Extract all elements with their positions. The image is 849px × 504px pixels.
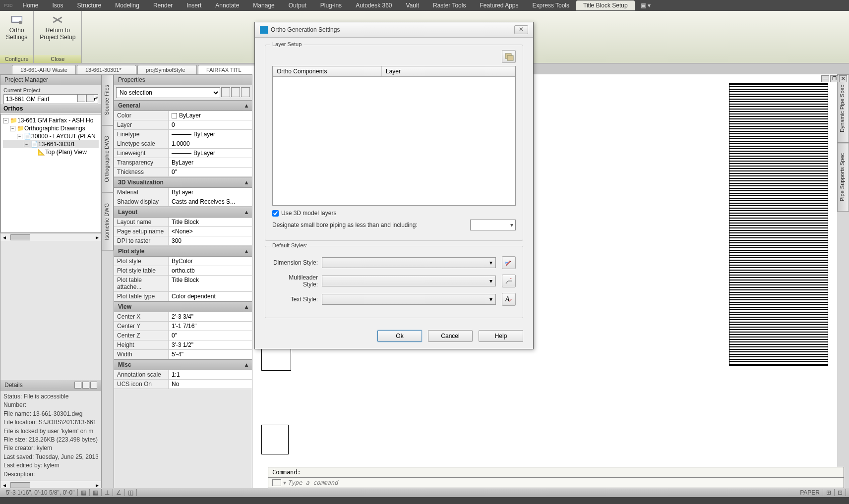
prop-h-v[interactable]: 3'-3 1/2" — [169, 340, 252, 349]
tab-manage[interactable]: Manage — [246, 0, 281, 10]
rsidetab-supports[interactable]: Pipe Supports Spec — [837, 143, 849, 212]
scroll-right-icon[interactable]: ▸ — [93, 234, 101, 241]
tree-n0[interactable]: 13-661 GM Fairfax - ASH Ho — [17, 117, 93, 124]
dialog-close-button[interactable]: ✕ — [514, 25, 528, 34]
prop-pstb-v[interactable]: ortho.ctb — [169, 266, 252, 275]
status-btn[interactable]: ⊞ — [823, 489, 835, 496]
tab-express[interactable]: Express Tools — [526, 0, 576, 10]
group-general[interactable]: General — [118, 102, 140, 109]
status-btn[interactable]: ⊡ — [835, 489, 846, 496]
layer-table[interactable]: Ortho Components Layer — [272, 66, 516, 206]
prop-ptt-v[interactable]: Color dependent — [169, 292, 252, 301]
prop-cy-v[interactable]: 1'-1 7/16" — [169, 322, 252, 331]
tree-toggle-icon[interactable]: − — [24, 142, 29, 147]
prop-tr-v[interactable]: ByLayer — [169, 158, 252, 167]
layer-setup-button[interactable] — [502, 50, 516, 63]
group-misc[interactable]: Misc — [118, 361, 131, 368]
txt-style-edit-button[interactable]: A — [502, 293, 516, 306]
tab-titleblock[interactable]: Title Block Setup — [576, 0, 635, 10]
tab-vault[interactable]: Vault — [399, 0, 426, 10]
prop-ps-v[interactable]: <None> — [169, 227, 252, 236]
doctab-2[interactable]: projSymbolStyle — [137, 65, 197, 74]
scroll-right-icon[interactable]: ▸ — [93, 482, 101, 489]
details-ctrl-1[interactable] — [74, 382, 81, 389]
col-layer[interactable]: Layer — [382, 66, 515, 76]
collapse-icon[interactable]: ▴ — [245, 361, 248, 368]
dim-style-combo[interactable]: ▾ — [322, 257, 496, 268]
prop-lts-v[interactable]: 1.0000 — [169, 139, 252, 148]
props-tool-2[interactable] — [231, 87, 240, 97]
scroll-left-icon[interactable]: ◂ — [0, 234, 8, 241]
prop-pst-v[interactable]: ByColor — [169, 257, 252, 266]
tree-toggle-icon[interactable]: − — [17, 134, 22, 139]
tree-n2[interactable]: 30000 - LAYOUT (PLAN — [31, 133, 96, 140]
status-btn[interactable]: ▦ — [78, 489, 90, 496]
tab-raster[interactable]: Raster Tools — [426, 0, 473, 10]
prop-ui-v[interactable]: No — [169, 380, 252, 389]
doctab-1[interactable]: 13-661-30301* — [77, 65, 136, 74]
tab-plugins[interactable]: Plug-ins — [313, 0, 349, 10]
command-input[interactable] — [288, 479, 840, 486]
prop-sh-v[interactable]: Casts and Receives S... — [169, 197, 252, 206]
tab-modeling[interactable]: Modeling — [108, 0, 146, 10]
group-view[interactable]: View — [118, 303, 131, 310]
tab-render[interactable]: Render — [146, 0, 180, 10]
cancel-button[interactable]: Cancel — [428, 330, 473, 342]
pm-toolbtn-1[interactable] — [77, 94, 85, 102]
prop-th-v[interactable]: 0" — [169, 168, 252, 176]
tab-isos[interactable]: Isos — [46, 0, 70, 10]
sidetab-ortho[interactable]: Orthographic DWG — [102, 125, 114, 193]
selection-combo[interactable]: No selection — [116, 87, 220, 98]
tree-n3[interactable]: 13-661-30301 — [38, 141, 75, 148]
collapse-icon[interactable]: ▴ — [245, 102, 248, 109]
sidetab-iso[interactable]: Isometric DWG — [102, 193, 114, 251]
tab-featured[interactable]: Featured Apps — [473, 0, 525, 10]
use-3d-checkbox[interactable] — [272, 210, 279, 217]
prop-dpi-v[interactable]: 300 — [169, 236, 252, 245]
scroll-thumb[interactable] — [10, 234, 30, 240]
prop-layer-v[interactable]: 0 — [169, 120, 252, 129]
pm-toolbtn-dd[interactable]: ▾ — [95, 94, 98, 102]
tab-autodesk360[interactable]: Autodesk 360 — [349, 0, 399, 10]
mdi-restore-icon[interactable]: ❐ — [830, 75, 838, 82]
tab-annotate[interactable]: Annotate — [208, 0, 246, 10]
dim-style-edit-button[interactable] — [502, 256, 516, 269]
prop-cz-v[interactable]: 0" — [169, 331, 252, 340]
details-ctrl-3[interactable] — [90, 382, 97, 389]
tree-toggle-icon[interactable]: − — [10, 126, 15, 131]
ortho-settings-button[interactable]: OrthoSettings — [4, 13, 29, 42]
sidetab-source[interactable]: Source Files — [102, 74, 114, 125]
tab-insert[interactable]: Insert — [180, 0, 208, 10]
prop-w-v[interactable]: 5'-4" — [169, 350, 252, 359]
prop-as-v[interactable]: 1:1 — [169, 370, 252, 379]
small-bore-combo[interactable]: ▾ — [470, 220, 516, 230]
tab-home[interactable]: Home — [16, 0, 46, 10]
scroll-left-icon[interactable]: ◂ — [0, 482, 8, 489]
ml-style-edit-button[interactable] — [502, 275, 516, 287]
status-btn[interactable]: ▦ — [90, 489, 102, 496]
scroll-thumb[interactable] — [10, 482, 30, 488]
tree-toggle-icon[interactable]: − — [3, 118, 8, 123]
ribbon-minimize-icon[interactable]: ▣ ▾ — [635, 2, 657, 9]
prop-ln-v[interactable]: Title Block — [169, 218, 252, 226]
props-tool-1[interactable] — [221, 87, 230, 97]
command-icon[interactable] — [272, 479, 281, 486]
props-tool-3[interactable] — [241, 87, 250, 97]
group-layout[interactable]: Layout — [118, 209, 137, 216]
prop-lw-v[interactable]: ByLayer — [169, 149, 252, 158]
prop-mat-v[interactable]: ByLayer — [169, 188, 252, 197]
tab-output[interactable]: Output — [282, 0, 313, 10]
ml-style-combo[interactable]: ▾ — [322, 276, 496, 286]
doctab-3[interactable]: FAIRFAX TITL — [198, 65, 257, 74]
rsidetab-dynamic[interactable]: Dynamic Pipe Spec — [837, 74, 849, 143]
prop-cx-v[interactable]: 2'-3 3/4" — [169, 312, 252, 321]
tree-n4[interactable]: Top (Plan) View — [45, 149, 87, 156]
txt-style-combo[interactable]: ▾ — [322, 294, 496, 305]
group-viz[interactable]: 3D Visualization — [118, 179, 164, 186]
project-tree[interactable]: −📁 13-661 GM Fairfax - ASH Ho −📁 Orthogr… — [0, 114, 101, 233]
mdi-close-icon[interactable]: ✕ — [839, 75, 847, 82]
status-paper[interactable]: PAPER — [797, 489, 823, 496]
group-plot[interactable]: Plot style — [118, 248, 144, 255]
tree-n1[interactable]: Orthographic Drawings — [24, 125, 85, 132]
pm-toolbtn-2[interactable] — [86, 94, 94, 102]
